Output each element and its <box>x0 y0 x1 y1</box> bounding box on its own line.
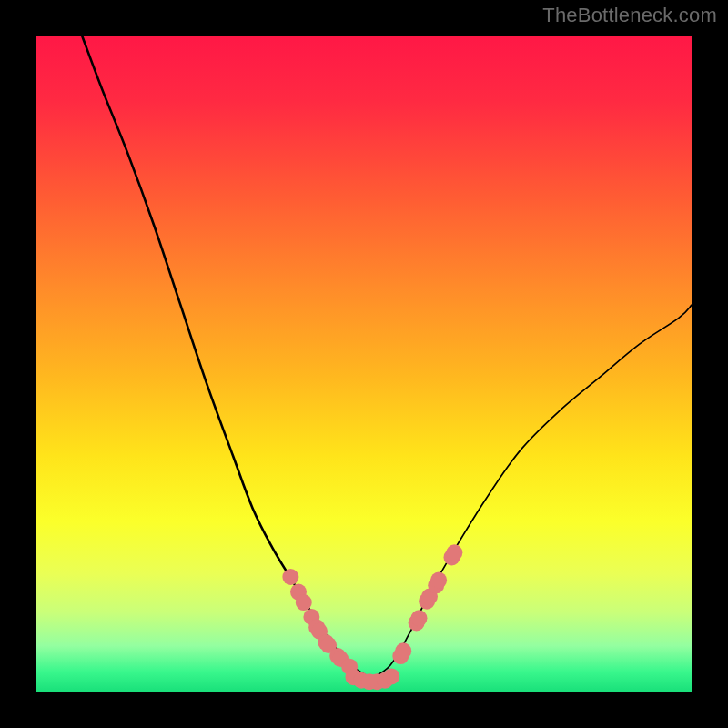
dots-right <box>392 544 462 664</box>
dots-bottom <box>345 668 399 690</box>
curve-left <box>82 36 370 679</box>
svg-point-26 <box>446 544 462 561</box>
svg-point-18 <box>395 642 411 659</box>
svg-point-20 <box>410 610 427 626</box>
chart-svg <box>36 36 692 692</box>
svg-point-2 <box>296 594 312 611</box>
svg-point-0 <box>282 569 298 585</box>
svg-point-16 <box>383 668 399 684</box>
svg-point-24 <box>430 572 447 589</box>
watermark-text: TheBottleneck.com <box>542 4 717 27</box>
plot-area <box>36 36 692 692</box>
image-frame: TheBottleneck.com <box>0 0 728 728</box>
